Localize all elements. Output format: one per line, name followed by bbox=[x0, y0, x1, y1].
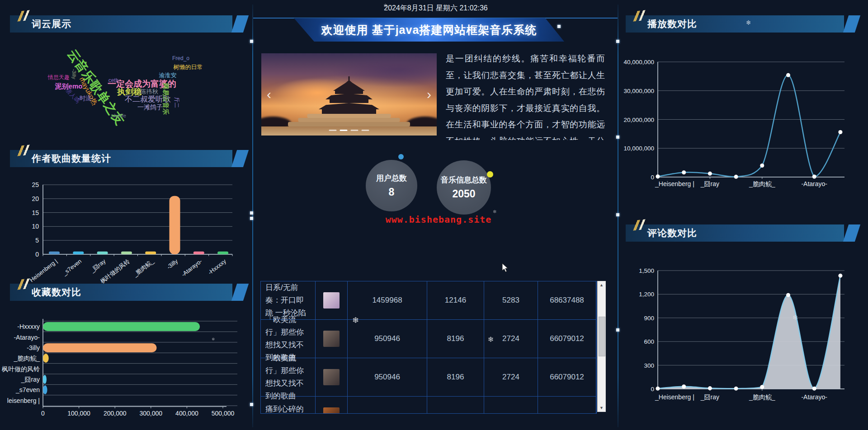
song-cover-image bbox=[323, 407, 340, 414]
svg-text:_Heisenberg |: _Heisenberg | bbox=[655, 393, 694, 401]
header-tab-decoration bbox=[843, 15, 860, 33]
scrollbar-thumb[interactable] bbox=[599, 317, 605, 356]
svg-text:0: 0 bbox=[651, 386, 654, 393]
left-column-divider bbox=[252, 5, 253, 427]
panel-header-comments: 评论数对比 bbox=[626, 224, 844, 242]
svg-text:-3illy: -3illy bbox=[165, 257, 179, 271]
wordcloud-word: Fred_o bbox=[172, 55, 189, 61]
svg-text:_s7even: _s7even bbox=[61, 258, 83, 277]
svg-text:-Atarayo-: -Atarayo- bbox=[801, 180, 827, 187]
dashboard-root: 2024年8月31日 星期六 21:02:36 欢迎使用 基于java搭建网站框… bbox=[0, 0, 868, 430]
song-stat-cell: 950946 bbox=[348, 358, 427, 397]
snowflake-icon: ❄ bbox=[488, 335, 494, 344]
svg-text:200,000: 200,000 bbox=[104, 410, 127, 417]
stat-value: 8 bbox=[389, 186, 395, 198]
song-avatar-cell bbox=[316, 281, 348, 320]
panel-title: 评论数对比 bbox=[647, 228, 697, 238]
svg-text:300: 300 bbox=[644, 362, 654, 369]
wordcloud-word: -3illy bbox=[71, 69, 77, 79]
wordcloud-word: 斤二 bbox=[173, 97, 180, 108]
song-stat-cell: 5283 bbox=[484, 281, 538, 320]
wordcloud-word: 情思天趣 bbox=[48, 74, 70, 81]
stat-label: 用户总数 bbox=[376, 173, 407, 183]
stat-circle-users: 用户总数 8 bbox=[366, 160, 417, 211]
snowflake-icon: ❄ bbox=[793, 313, 798, 322]
song-stat-cell bbox=[538, 397, 596, 414]
welcome-banner: 欢迎使用 基于java搭建网站框架音乐系统 bbox=[294, 18, 564, 42]
song-stat-cell bbox=[427, 397, 484, 414]
svg-text:500,000: 500,000 bbox=[212, 410, 235, 417]
snowflake-icon: ❄ bbox=[493, 209, 496, 214]
wordcloud-chart: 云音乐歌单之友一定会成为富婆的执剑稳不二叔爱听歌泥别emomayuko热情思天趣… bbox=[10, 38, 243, 147]
temple-plaza bbox=[261, 126, 437, 136]
svg-text:5: 5 bbox=[35, 237, 39, 244]
svg-text:1,200: 1,200 bbox=[639, 291, 654, 298]
svg-text:100,000: 100,000 bbox=[67, 410, 90, 417]
svg-text:_脆肉鲩_: _脆肉鲩_ bbox=[132, 257, 156, 278]
svg-text:-Atarayo-: -Atarayo- bbox=[14, 334, 40, 341]
panel-title: 收藏数对比 bbox=[32, 287, 81, 297]
song-stat-cell: 950946 bbox=[348, 320, 427, 358]
carousel-indicator-dash[interactable] bbox=[329, 130, 337, 131]
carousel-indicators[interactable] bbox=[329, 130, 369, 131]
svg-text:_囧ray: _囧ray bbox=[21, 376, 40, 383]
carousel-indicator-dash[interactable] bbox=[340, 130, 348, 131]
comment-count-area-chart: 03006009001,2001,500_Heisenberg |_囧ray_脆… bbox=[626, 258, 866, 407]
svg-text:0: 0 bbox=[35, 251, 39, 258]
panel-header-author-songs: 作者歌曲数量统计 bbox=[10, 150, 232, 167]
svg-text:0: 0 bbox=[651, 174, 654, 181]
snowflake-icon: ❄ bbox=[746, 19, 751, 26]
image-carousel: ‹ › bbox=[261, 53, 437, 136]
song-avatar-cell bbox=[316, 397, 348, 414]
table-scrollbar[interactable]: ▲ ▼ bbox=[597, 281, 606, 412]
divider-handle bbox=[616, 328, 619, 332]
svg-text:20: 20 bbox=[32, 195, 39, 202]
temple-terrace bbox=[307, 114, 391, 118]
song-stat-cell: 1459968 bbox=[348, 281, 427, 320]
svg-text:30,000,000: 30,000,000 bbox=[623, 88, 654, 94]
song-stat-cell: 66079012 bbox=[538, 358, 596, 397]
song-stat-cell bbox=[484, 397, 538, 414]
song-cover-image bbox=[323, 292, 340, 308]
song-stat-cell bbox=[348, 397, 427, 414]
divider-handle bbox=[250, 403, 253, 406]
scrollbar-down-button[interactable]: ▼ bbox=[598, 404, 605, 411]
watermark-url: www.bishebang.site bbox=[384, 214, 493, 225]
svg-text:20,000,000: 20,000,000 bbox=[623, 117, 654, 123]
blue-orbit-dot bbox=[398, 154, 404, 159]
song-title-cell: 痛到心碎的虐心 bbox=[261, 397, 316, 414]
svg-text:_脆肉鲩_: _脆肉鲩_ bbox=[749, 393, 775, 401]
song-cover-image bbox=[323, 331, 340, 347]
svg-text:_s7even: _s7even bbox=[15, 386, 40, 393]
temple-wall bbox=[335, 90, 363, 94]
svg-text:600: 600 bbox=[644, 338, 654, 345]
divider-handle bbox=[250, 40, 253, 43]
carousel-next-button[interactable]: › bbox=[427, 88, 431, 101]
svg-text:10,000,000: 10,000,000 bbox=[623, 145, 654, 152]
svg-text:300,000: 300,000 bbox=[139, 410, 162, 417]
svg-text:40,000,000: 40,000,000 bbox=[623, 59, 654, 65]
song-stat-cell: 2724 bbox=[484, 358, 538, 397]
scrollbar-up-button[interactable]: ▲ bbox=[598, 281, 605, 289]
stat-label: 音乐信息总数 bbox=[441, 175, 487, 185]
svg-text:-Hxxxxy: -Hxxxxy bbox=[207, 257, 227, 276]
song-cover-image bbox=[323, 369, 340, 385]
carousel-indicator-dash[interactable] bbox=[351, 130, 359, 131]
carousel-prev-button[interactable]: ‹ bbox=[267, 88, 271, 101]
header-tab-decoration bbox=[231, 150, 249, 167]
temple-terrace bbox=[298, 118, 400, 122]
svg-text:_囧ray: _囧ray bbox=[89, 257, 107, 274]
snowflake-icon: ❄ bbox=[212, 337, 215, 341]
svg-text:_Heisenberg |: _Heisenberg | bbox=[655, 180, 694, 187]
svg-text:15: 15 bbox=[32, 209, 39, 216]
svg-text:_脆肉鲩_: _脆肉鲩_ bbox=[13, 355, 40, 362]
intro-paragraph: 是一团纠结的纱线。痛苦和幸福轮番而至，让我们悲喜交集，甚至死亡都让人生更加可爱。… bbox=[446, 51, 605, 140]
carousel-indicator-dash[interactable] bbox=[362, 130, 369, 131]
panel-title: 作者歌曲数量统计 bbox=[32, 153, 111, 164]
svg-text:_囧ray: _囧ray bbox=[700, 180, 719, 187]
svg-text:-Hxxxxy: -Hxxxxy bbox=[17, 323, 40, 330]
svg-text:1,500: 1,500 bbox=[639, 267, 654, 274]
mouse-cursor bbox=[502, 263, 511, 273]
panel-header-wordcloud: 词云展示 bbox=[10, 15, 232, 33]
author-song-count-bar-chart: 0510152025Heisenberg |_s7even_囧ray枫叶做的风铃… bbox=[9, 176, 244, 281]
